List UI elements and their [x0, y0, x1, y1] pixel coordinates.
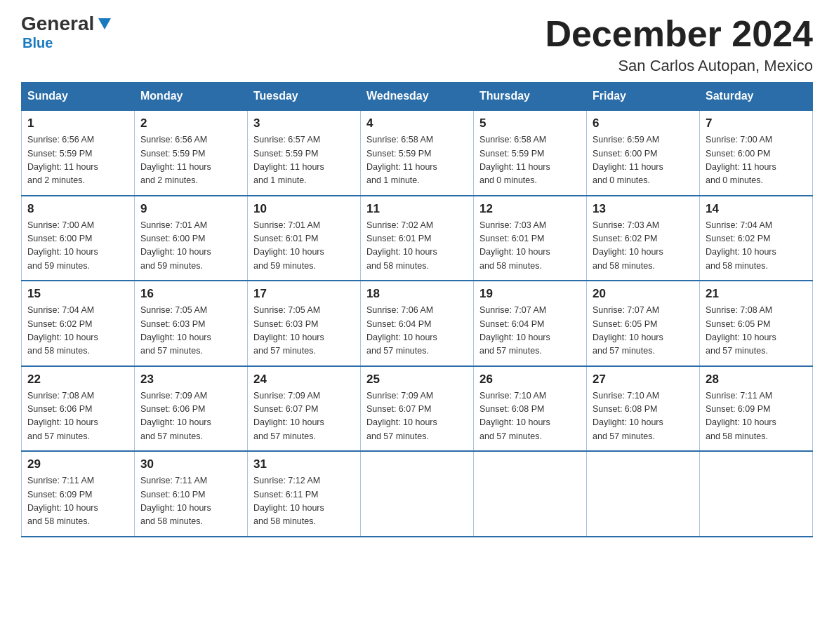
- table-row: 15Sunrise: 7:04 AMSunset: 6:02 PMDayligh…: [22, 281, 135, 366]
- day-info: Sunrise: 6:57 AMSunset: 5:59 PMDaylight:…: [253, 133, 355, 188]
- calendar-week-row: 29Sunrise: 7:11 AMSunset: 6:09 PMDayligh…: [22, 451, 813, 537]
- calendar-week-row: 15Sunrise: 7:04 AMSunset: 6:02 PMDayligh…: [22, 281, 813, 366]
- calendar-week-row: 22Sunrise: 7:08 AMSunset: 6:06 PMDayligh…: [22, 366, 813, 452]
- day-info: Sunrise: 7:09 AMSunset: 6:06 PMDaylight:…: [140, 389, 241, 444]
- day-info: Sunrise: 7:00 AMSunset: 6:00 PMDaylight:…: [706, 133, 807, 188]
- day-number: 29: [27, 457, 128, 471]
- day-number: 2: [140, 116, 241, 130]
- day-info: Sunrise: 7:11 AMSunset: 6:09 PMDaylight:…: [706, 389, 807, 444]
- day-number: 14: [706, 202, 807, 216]
- day-number: 31: [253, 457, 355, 471]
- table-row: [700, 451, 813, 537]
- day-info: Sunrise: 7:01 AMSunset: 6:01 PMDaylight:…: [253, 219, 355, 274]
- logo: General Blue: [21, 14, 112, 51]
- logo-sub-text: Blue: [22, 35, 53, 51]
- table-row: 14Sunrise: 7:04 AMSunset: 6:02 PMDayligh…: [700, 196, 813, 281]
- table-row: 22Sunrise: 7:08 AMSunset: 6:06 PMDayligh…: [22, 366, 135, 452]
- logo-triangle-icon: [97, 15, 112, 31]
- table-row: 6Sunrise: 6:59 AMSunset: 6:00 PMDaylight…: [587, 110, 700, 196]
- day-number: 23: [140, 373, 241, 387]
- day-number: 1: [27, 116, 128, 130]
- day-number: 20: [593, 287, 694, 301]
- day-number: 13: [593, 202, 694, 216]
- table-row: 20Sunrise: 7:07 AMSunset: 6:05 PMDayligh…: [587, 281, 700, 366]
- day-number: 24: [253, 373, 355, 387]
- page-header: General Blue December 2024 San Carlos Au…: [21, 14, 813, 75]
- day-number: 15: [27, 287, 128, 301]
- col-friday: Friday: [587, 83, 700, 111]
- day-info: Sunrise: 7:01 AMSunset: 6:00 PMDaylight:…: [140, 219, 241, 274]
- day-number: 16: [140, 287, 241, 301]
- day-info: Sunrise: 7:10 AMSunset: 6:08 PMDaylight:…: [479, 389, 581, 444]
- day-number: 27: [593, 373, 694, 387]
- table-row: 1Sunrise: 6:56 AMSunset: 5:59 PMDaylight…: [22, 110, 135, 196]
- table-row: 9Sunrise: 7:01 AMSunset: 6:00 PMDaylight…: [135, 196, 248, 281]
- day-info: Sunrise: 7:08 AMSunset: 6:05 PMDaylight:…: [706, 304, 807, 358]
- table-row: 10Sunrise: 7:01 AMSunset: 6:01 PMDayligh…: [248, 196, 361, 281]
- col-saturday: Saturday: [700, 83, 813, 111]
- day-number: 26: [479, 373, 581, 387]
- col-tuesday: Tuesday: [248, 83, 361, 111]
- day-info: Sunrise: 6:58 AMSunset: 5:59 PMDaylight:…: [479, 133, 581, 188]
- table-row: 30Sunrise: 7:11 AMSunset: 6:10 PMDayligh…: [135, 451, 248, 537]
- day-number: 17: [253, 287, 355, 301]
- calendar-title: December 2024: [545, 14, 813, 54]
- day-info: Sunrise: 7:11 AMSunset: 6:09 PMDaylight:…: [27, 474, 128, 529]
- table-row: 11Sunrise: 7:02 AMSunset: 6:01 PMDayligh…: [361, 196, 474, 281]
- table-row: 7Sunrise: 7:00 AMSunset: 6:00 PMDaylight…: [700, 110, 813, 196]
- day-info: Sunrise: 7:07 AMSunset: 6:05 PMDaylight:…: [593, 304, 694, 358]
- day-info: Sunrise: 7:04 AMSunset: 6:02 PMDaylight:…: [706, 219, 807, 274]
- table-row: 26Sunrise: 7:10 AMSunset: 6:08 PMDayligh…: [474, 366, 587, 452]
- day-info: Sunrise: 7:06 AMSunset: 6:04 PMDaylight:…: [366, 304, 468, 358]
- table-row: [474, 451, 587, 537]
- table-row: [361, 451, 474, 537]
- day-number: 6: [593, 116, 694, 130]
- day-number: 9: [140, 202, 241, 216]
- table-row: 21Sunrise: 7:08 AMSunset: 6:05 PMDayligh…: [700, 281, 813, 366]
- day-number: 5: [479, 116, 581, 130]
- day-info: Sunrise: 7:09 AMSunset: 6:07 PMDaylight:…: [366, 389, 468, 444]
- col-thursday: Thursday: [474, 83, 587, 111]
- table-row: 27Sunrise: 7:10 AMSunset: 6:08 PMDayligh…: [587, 366, 700, 452]
- day-info: Sunrise: 7:11 AMSunset: 6:10 PMDaylight:…: [140, 474, 241, 529]
- day-info: Sunrise: 7:09 AMSunset: 6:07 PMDaylight:…: [253, 389, 355, 444]
- table-row: 3Sunrise: 6:57 AMSunset: 5:59 PMDaylight…: [248, 110, 361, 196]
- table-row: 8Sunrise: 7:00 AMSunset: 6:00 PMDaylight…: [22, 196, 135, 281]
- col-sunday: Sunday: [22, 83, 135, 111]
- day-info: Sunrise: 7:05 AMSunset: 6:03 PMDaylight:…: [140, 304, 241, 358]
- table-row: 4Sunrise: 6:58 AMSunset: 5:59 PMDaylight…: [361, 110, 474, 196]
- day-info: Sunrise: 7:10 AMSunset: 6:08 PMDaylight:…: [593, 389, 694, 444]
- day-info: Sunrise: 6:56 AMSunset: 5:59 PMDaylight:…: [140, 133, 241, 188]
- table-row: 19Sunrise: 7:07 AMSunset: 6:04 PMDayligh…: [474, 281, 587, 366]
- col-monday: Monday: [135, 83, 248, 111]
- calendar-subtitle: San Carlos Autopan, Mexico: [545, 57, 813, 75]
- calendar-week-row: 1Sunrise: 6:56 AMSunset: 5:59 PMDaylight…: [22, 110, 813, 196]
- day-number: 7: [706, 116, 807, 130]
- day-number: 4: [366, 116, 468, 130]
- table-row: 28Sunrise: 7:11 AMSunset: 6:09 PMDayligh…: [700, 366, 813, 452]
- day-info: Sunrise: 7:00 AMSunset: 6:00 PMDaylight:…: [27, 219, 128, 274]
- calendar-table: Sunday Monday Tuesday Wednesday Thursday…: [21, 82, 813, 537]
- day-info: Sunrise: 7:02 AMSunset: 6:01 PMDaylight:…: [366, 219, 468, 274]
- day-info: Sunrise: 7:04 AMSunset: 6:02 PMDaylight:…: [27, 304, 128, 358]
- day-info: Sunrise: 7:05 AMSunset: 6:03 PMDaylight:…: [253, 304, 355, 358]
- day-number: 28: [706, 373, 807, 387]
- calendar-week-row: 8Sunrise: 7:00 AMSunset: 6:00 PMDaylight…: [22, 196, 813, 281]
- table-row: 17Sunrise: 7:05 AMSunset: 6:03 PMDayligh…: [248, 281, 361, 366]
- table-row: 25Sunrise: 7:09 AMSunset: 6:07 PMDayligh…: [361, 366, 474, 452]
- day-number: 3: [253, 116, 355, 130]
- title-block: December 2024 San Carlos Autopan, Mexico: [545, 14, 813, 75]
- day-number: 10: [253, 202, 355, 216]
- table-row: 13Sunrise: 7:03 AMSunset: 6:02 PMDayligh…: [587, 196, 700, 281]
- day-info: Sunrise: 7:12 AMSunset: 6:11 PMDaylight:…: [253, 474, 355, 529]
- day-info: Sunrise: 7:03 AMSunset: 6:01 PMDaylight:…: [479, 219, 581, 274]
- table-row: 12Sunrise: 7:03 AMSunset: 6:01 PMDayligh…: [474, 196, 587, 281]
- day-info: Sunrise: 6:59 AMSunset: 6:00 PMDaylight:…: [593, 133, 694, 188]
- col-wednesday: Wednesday: [361, 83, 474, 111]
- day-number: 25: [366, 373, 468, 387]
- day-info: Sunrise: 6:58 AMSunset: 5:59 PMDaylight:…: [366, 133, 468, 188]
- day-number: 30: [140, 457, 241, 471]
- day-info: Sunrise: 7:07 AMSunset: 6:04 PMDaylight:…: [479, 304, 581, 358]
- day-number: 22: [27, 373, 128, 387]
- table-row: 24Sunrise: 7:09 AMSunset: 6:07 PMDayligh…: [248, 366, 361, 452]
